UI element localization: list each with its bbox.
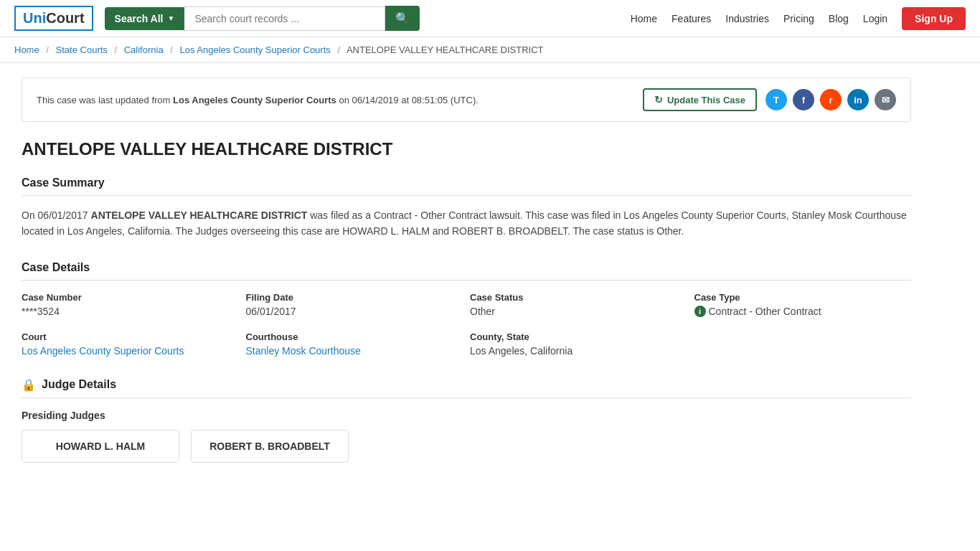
breadcrumb-current: ANTELOPE VALLEY HEALTHCARE DISTRICT — [347, 44, 544, 55]
county-state-value: Los Angeles, California — [470, 345, 687, 357]
breadcrumb-sep-3: / — [170, 44, 173, 55]
refresh-icon: ↻ — [654, 94, 663, 105]
logo-court: Court — [46, 10, 84, 27]
filing-date-label: Filing Date — [246, 292, 463, 303]
case-type-label: Case Type — [694, 292, 912, 303]
logo[interactable]: Uni Court — [14, 6, 93, 31]
judge-details-section: 🔒 Judge Details Presiding Judges HOWARD … — [22, 378, 911, 463]
courthouse-value: Stanley Mosk Courthouse — [246, 345, 463, 357]
county-state-item: County, State Los Angeles, California — [470, 331, 687, 357]
twitter-icon: T — [773, 95, 779, 105]
judge-card-1: HOWARD L. HALM — [22, 430, 179, 463]
breadcrumb-la-courts[interactable]: Los Angeles County Superior Courts — [180, 44, 331, 55]
update-banner: This case was last updated from Los Ange… — [22, 77, 911, 122]
reddit-icon: r — [829, 95, 832, 105]
filing-date-value: 06/01/2017 — [246, 306, 463, 317]
email-icon: ✉ — [882, 95, 890, 105]
courthouse-item: Courthouse Stanley Mosk Courthouse — [246, 331, 463, 357]
nav-blog[interactable]: Blog — [829, 13, 849, 24]
banner-right: ↻ Update This Case T f r in ✉ — [643, 88, 896, 111]
chevron-down-icon: ▼ — [168, 14, 175, 22]
presiding-judges-label: Presiding Judges — [22, 410, 911, 421]
court-label: Court — [22, 331, 239, 342]
breadcrumb-home[interactable]: Home — [14, 44, 39, 55]
breadcrumb-california[interactable]: California — [124, 44, 164, 55]
case-summary-header: Case Summary — [22, 176, 911, 196]
facebook-icon: f — [802, 95, 805, 105]
case-type-item: Case Type i Contract - Other Contract — [694, 292, 912, 317]
judge-section-header: 🔒 Judge Details — [22, 378, 911, 398]
breadcrumb-sep-4: / — [337, 44, 340, 55]
courthouse-label: Courthouse — [246, 331, 463, 342]
case-title: ANTELOPE VALLEY HEALTHCARE DISTRICT — [22, 139, 911, 159]
nav-features[interactable]: Features — [672, 13, 711, 24]
nav-industries[interactable]: Industries — [725, 13, 769, 24]
case-summary-section: Case Summary On 06/01/2017 ANTELOPE VALL… — [22, 176, 911, 240]
breadcrumb: Home / State Courts / California / Los A… — [0, 37, 980, 63]
share-email-button[interactable]: ✉ — [875, 89, 896, 110]
logo-uni: Uni — [23, 10, 46, 27]
search-input[interactable] — [184, 6, 385, 31]
search-icon: 🔍 — [395, 12, 410, 24]
linkedin-icon: in — [854, 95, 862, 105]
info-icon: i — [694, 306, 706, 317]
county-state-label: County, State — [470, 331, 687, 342]
case-type-value: i Contract - Other Contract — [694, 306, 912, 317]
signup-button[interactable]: Sign Up — [902, 7, 966, 30]
judges-row: HOWARD L. HALM ROBERT B. BROADBELT — [22, 430, 911, 463]
court-link[interactable]: Los Angeles County Superior Courts — [22, 345, 184, 357]
case-summary-text: On 06/01/2017 ANTELOPE VALLEY HEALTHCARE… — [22, 207, 911, 240]
case-status-item: Case Status Other — [470, 292, 687, 317]
court-value: Los Angeles County Superior Courts — [22, 345, 239, 357]
breadcrumb-state-courts[interactable]: State Courts — [56, 44, 108, 55]
nav-pricing[interactable]: Pricing — [783, 13, 814, 24]
case-details-section: Case Details Case Number ****3524 Filing… — [22, 261, 911, 357]
search-button[interactable]: 🔍 — [385, 6, 420, 31]
main-nav: Home Features Industries Pricing Blog Lo… — [631, 7, 966, 30]
share-linkedin-button[interactable]: in — [847, 89, 869, 110]
case-status-value: Other — [470, 306, 687, 317]
court-item: Court Los Angeles County Superior Courts — [22, 331, 239, 357]
share-reddit-button[interactable]: r — [820, 89, 842, 110]
nav-home[interactable]: Home — [631, 13, 657, 24]
lock-icon: 🔒 — [22, 378, 36, 392]
search-all-button[interactable]: Search All ▼ — [105, 7, 185, 30]
courthouse-link[interactable]: Stanley Mosk Courthouse — [246, 345, 361, 357]
judge-card-2: ROBERT B. BROADBELT — [191, 430, 349, 463]
breadcrumb-sep-2: / — [114, 44, 117, 55]
update-case-button[interactable]: ↻ Update This Case — [643, 88, 757, 111]
case-number-item: Case Number ****3524 — [22, 292, 239, 317]
case-number-value: ****3524 — [22, 306, 239, 317]
case-details-header: Case Details — [22, 261, 911, 281]
search-group: Search All ▼ 🔍 — [105, 6, 420, 31]
case-details-grid: Case Number ****3524 Filing Date 06/01/2… — [22, 292, 911, 357]
banner-info-text: This case was last updated from Los Ange… — [37, 95, 479, 105]
nav-login[interactable]: Login — [863, 13, 887, 24]
header: Uni Court Search All ▼ 🔍 Home Features I… — [0, 0, 980, 37]
case-status-label: Case Status — [470, 292, 687, 303]
main-content: This case was last updated from Los Ange… — [0, 63, 933, 499]
case-number-label: Case Number — [22, 292, 239, 303]
share-facebook-button[interactable]: f — [793, 89, 814, 110]
filing-date-item: Filing Date 06/01/2017 — [246, 292, 463, 317]
breadcrumb-sep-1: / — [46, 44, 49, 55]
share-icons: T f r in ✉ — [765, 89, 896, 110]
share-twitter-button[interactable]: T — [765, 89, 787, 110]
